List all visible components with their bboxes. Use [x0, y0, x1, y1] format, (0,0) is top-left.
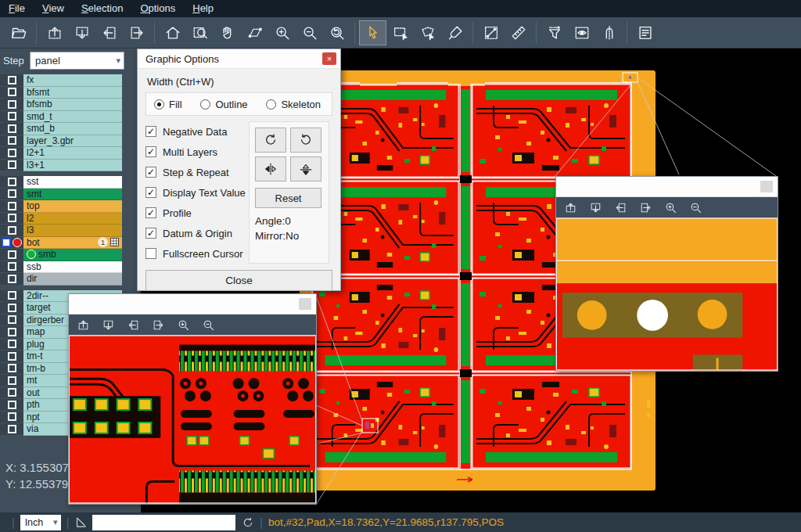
- zoom-out-button[interactable]: [202, 318, 215, 332]
- layer-row-smb[interactable]: smb: [0, 249, 141, 261]
- layer-label[interactable]: l2: [23, 213, 122, 225]
- layer-checkbox[interactable]: [8, 364, 16, 372]
- zoom-in-button[interactable]: [268, 20, 296, 45]
- layer-label[interactable]: dir: [23, 273, 122, 286]
- layer-checkbox[interactable]: [8, 189, 16, 198]
- layer-visibility-cell[interactable]: [0, 87, 23, 99]
- checkbox-box[interactable]: ✓: [145, 187, 156, 198]
- checkbox-negative-data[interactable]: ✓Negative Data: [145, 121, 249, 142]
- radio-skeleton[interactable]: Skeleton: [266, 99, 321, 110]
- layer-visibility-cell[interactable]: [0, 74, 23, 87]
- layer-checkbox[interactable]: [8, 388, 16, 397]
- checkbox-box[interactable]: ✓: [145, 228, 156, 239]
- layer-checkbox[interactable]: [8, 124, 16, 133]
- rotate-ccw-button[interactable]: [290, 128, 321, 153]
- layer-checkbox-selected[interactable]: [2, 238, 11, 247]
- checkbox-multi-layers[interactable]: ✓Multi Layers: [145, 142, 249, 162]
- layer-label[interactable]: smb: [23, 249, 122, 261]
- checkbox-box[interactable]: ✓: [145, 167, 156, 178]
- layer-label[interactable]: smd_b: [23, 123, 122, 135]
- layer-visibility-cell[interactable]: [0, 99, 23, 111]
- layer-visibility-cell[interactable]: [0, 387, 23, 400]
- layer-checkbox[interactable]: [8, 352, 16, 361]
- clean-brush-button[interactable]: [441, 20, 469, 45]
- layer-row-l3[interactable]: l3: [0, 225, 141, 237]
- checkbox-step-repeat[interactable]: ✓Step & Repeat: [145, 162, 249, 182]
- popup-pcb-zoom[interactable]: [69, 335, 316, 504]
- layer-row-dir[interactable]: dir: [0, 273, 141, 286]
- measure-corner-icon[interactable]: [74, 516, 88, 529]
- checkbox-profile[interactable]: ✓Profile: [145, 203, 249, 223]
- pan-up-button[interactable]: [41, 20, 68, 45]
- layer-checkbox[interactable]: [8, 401, 16, 409]
- zoom-in-button[interactable]: [177, 318, 190, 332]
- layer-visibility-cell[interactable]: [0, 350, 23, 363]
- layer-row-smt[interactable]: smt: [0, 189, 141, 201]
- layer-visibility-cell[interactable]: [0, 375, 23, 387]
- menu-view[interactable]: View: [34, 0, 73, 17]
- layer-visibility-cell[interactable]: [0, 363, 23, 376]
- layer-checkbox[interactable]: [8, 178, 16, 186]
- layer-checkbox[interactable]: [8, 100, 16, 109]
- home-button[interactable]: [159, 20, 186, 45]
- layer-visibility-cell[interactable]: [0, 273, 23, 286]
- popup-titlebar[interactable]: [556, 177, 778, 197]
- layer-row-sst[interactable]: sst: [0, 176, 141, 189]
- report-list-button[interactable]: [631, 20, 659, 45]
- radio-circle[interactable]: [266, 99, 276, 110]
- select-path-button[interactable]: [414, 20, 441, 45]
- measure-ruler-button[interactable]: [505, 20, 532, 45]
- command-input[interactable]: [92, 515, 235, 530]
- layer-checkbox[interactable]: [8, 112, 16, 120]
- dialog-titlebar[interactable]: Graphic Options ×: [138, 49, 340, 69]
- layer-visibility-cell[interactable]: [0, 412, 23, 424]
- layer-checkbox[interactable]: [8, 328, 16, 336]
- layer-label[interactable]: ssb: [23, 261, 122, 274]
- checkbox-display-text-value[interactable]: ✓Display Text Value: [145, 182, 249, 203]
- layer-label[interactable]: l3: [23, 225, 122, 237]
- radio-circle[interactable]: [200, 99, 210, 110]
- menu-selection[interactable]: Selection: [73, 0, 131, 17]
- layer-visibility-cell[interactable]: [0, 176, 23, 189]
- close-icon[interactable]: ×: [322, 52, 336, 65]
- layer-label[interactable]: sst: [23, 176, 122, 189]
- pan-right-button[interactable]: [123, 20, 150, 45]
- unit-select[interactable]: Inch ▾: [20, 515, 61, 530]
- layer-row-bfsmb[interactable]: bfsmb: [0, 99, 141, 111]
- pan-left-button[interactable]: [614, 201, 627, 214]
- refresh-icon[interactable]: [242, 516, 254, 529]
- layer-row-ssb[interactable]: ssb: [0, 261, 141, 274]
- layer-label[interactable]: l2+1: [23, 147, 122, 160]
- layer-checkbox[interactable]: [8, 412, 16, 421]
- layer-checkbox[interactable]: [8, 262, 16, 271]
- open-folder-button[interactable]: [5, 20, 32, 45]
- layer-visibility-cell[interactable]: [0, 290, 23, 303]
- radio-fill[interactable]: Fill: [154, 99, 182, 110]
- layer-row-bfsmt[interactable]: bfsmt: [0, 87, 141, 99]
- layer-label[interactable]: bfsmt: [23, 87, 122, 99]
- layer-visibility-cell[interactable]: [0, 339, 23, 351]
- checkbox-box[interactable]: ✓: [145, 126, 156, 137]
- layer-visibility-cell[interactable]: [0, 249, 23, 261]
- checkbox-fullscreen-cursor[interactable]: Fullscreen Cursor: [145, 243, 249, 264]
- layer-label[interactable]: top: [23, 200, 122, 213]
- step-select[interactable]: panel ▾: [30, 52, 124, 70]
- rotate-cw-button[interactable]: [255, 128, 286, 153]
- layer-checkbox[interactable]: [8, 136, 16, 145]
- layer-visibility-cell[interactable]: [0, 123, 23, 135]
- pan-down-button[interactable]: [589, 201, 602, 214]
- layer-label[interactable]: fx: [23, 74, 122, 87]
- zoom-window-button[interactable]: [186, 20, 214, 45]
- popup-button[interactable]: [299, 298, 311, 310]
- layer-visibility-cell[interactable]: [0, 261, 23, 274]
- layer-visibility-cell[interactable]: [0, 135, 23, 148]
- layer-visibility-cell[interactable]: [0, 326, 23, 339]
- snap-magnet-button[interactable]: [595, 20, 623, 45]
- layer-row-smd_b[interactable]: smd_b: [0, 123, 141, 135]
- mirror-vertical-button[interactable]: [290, 156, 321, 182]
- zoom-out-button[interactable]: [296, 20, 323, 45]
- layer-visibility-cell[interactable]: [0, 302, 23, 315]
- menu-help[interactable]: Help: [184, 0, 222, 17]
- zoom-out-button[interactable]: [689, 201, 702, 214]
- reset-button[interactable]: Reset: [255, 188, 321, 208]
